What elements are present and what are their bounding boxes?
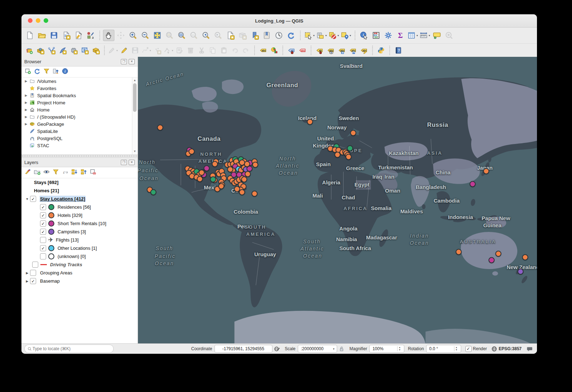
label-abc-button[interactable]: abc (258, 45, 268, 55)
layer-visibility-checkbox[interactable]: ✓ (30, 278, 36, 284)
label-eye-button[interactable]: abc (325, 45, 336, 55)
save-button[interactable] (48, 30, 60, 41)
layer-item-grouping-areas[interactable]: ▶Grouping Areas (21, 269, 138, 277)
layers-eye-button[interactable] (43, 168, 50, 177)
layer-visibility-checkbox[interactable]: ✓ (30, 196, 36, 202)
new-file-button[interactable] (24, 30, 35, 41)
layer-item-campsites[interactable]: ✓Campsites [3] (21, 228, 138, 236)
layer-visibility-checkbox[interactable]: ✓ (40, 220, 46, 227)
expander-icon[interactable]: ▶ (24, 101, 29, 104)
diagram-button[interactable] (269, 45, 279, 55)
zoom-out-button[interactable] (139, 30, 151, 41)
scroll-thumb[interactable] (133, 83, 137, 112)
minimize-window-button[interactable] (36, 18, 40, 23)
close-window-button[interactable] (28, 18, 33, 23)
layer-visibility-checkbox[interactable]: ✓ (40, 245, 46, 251)
locator-search[interactable] (24, 344, 114, 353)
dropdown-arrow-icon[interactable]: ▾ (350, 34, 351, 37)
label-ab-pin-button[interactable]: ab (286, 45, 296, 55)
add-layers-button[interactable] (24, 45, 34, 55)
expander-icon[interactable]: ▶ (24, 271, 30, 275)
dock-splitter[interactable] (21, 154, 138, 158)
browser-item-postgresql[interactable]: PostgreSQL (21, 135, 138, 142)
layer-item-homes[interactable]: Homes [21] (21, 187, 138, 195)
layers-expression-filter-button[interactable]: ε (61, 168, 69, 177)
browser-scrollbar[interactable]: ▲ ▼ (132, 78, 138, 154)
layer-visibility-checkbox[interactable] (40, 237, 46, 243)
layer-visibility-checkbox[interactable]: ✓ (40, 229, 46, 235)
style-manager-button[interactable]: a (85, 30, 96, 41)
scale-dropdown-icon[interactable]: ▾ (333, 347, 335, 351)
expander-icon[interactable]: ▶ (24, 79, 29, 83)
measure-button[interactable]: ▾ (419, 30, 430, 41)
select-rect-button[interactable]: ▾ (304, 30, 315, 41)
expander-icon[interactable]: ▶ (24, 94, 29, 97)
layers-float-button[interactable]: ❐ (121, 160, 127, 165)
label-edit-button[interactable]: abc (359, 45, 369, 55)
layer-visibility-checkbox[interactable] (32, 262, 38, 268)
layer-visibility-checkbox[interactable] (30, 270, 36, 276)
layers-collapse-all-button[interactable] (80, 168, 87, 177)
attribute-table-button[interactable]: ▾ (407, 30, 418, 41)
scroll-up-icon[interactable]: ▲ (132, 78, 137, 83)
messages-icon[interactable] (527, 346, 533, 352)
browser-item-home[interactable]: ▶Home (21, 106, 138, 113)
layer-item-hotels[interactable]: ✓Hotels [329] (21, 211, 138, 219)
new-map-view-button[interactable] (225, 30, 236, 41)
title-bar[interactable]: Lodging_Log — QGIS (21, 14, 537, 28)
crs-globe-icon[interactable] (491, 346, 497, 352)
open-folder-button[interactable] (36, 30, 48, 41)
rotation-stepper[interactable]: ▲▼ (454, 346, 459, 351)
dropdown-arrow-icon[interactable]: ▾ (416, 34, 418, 37)
browser-collapse-tree-button[interactable] (52, 68, 59, 76)
render-checkbox[interactable]: ✓ (465, 346, 472, 352)
zoom-last-button[interactable] (200, 30, 212, 41)
pan-hand-button[interactable] (103, 30, 114, 41)
expander-icon[interactable]: ▶ (24, 108, 29, 111)
browser-add-square-button[interactable] (24, 68, 31, 76)
expander-icon[interactable]: ▼ (24, 197, 30, 201)
lock-icon[interactable] (339, 346, 345, 352)
deselect-button[interactable]: ▾ (328, 30, 339, 41)
identify-button[interactable]: i (358, 30, 370, 41)
new-spatialite-button[interactable] (57, 45, 68, 55)
layers-add-group-button[interactable] (34, 168, 41, 177)
browser-refresh-blue-button[interactable] (34, 68, 41, 76)
browser-close-button[interactable]: ✕ (129, 59, 135, 64)
new-virtual-chip-button[interactable] (68, 45, 79, 55)
dropdown-arrow-icon[interactable]: ▾ (429, 34, 430, 37)
browser-item-volumes[interactable]: ▶/Volumes (21, 78, 138, 85)
new-geopackage-button[interactable] (90, 45, 101, 55)
map-canvas[interactable]: Arctic OceanSvalbardGreenlandIcelandSwed… (138, 57, 537, 344)
magnifier-field[interactable]: ▲▼ (369, 345, 404, 353)
browser-item-stac[interactable]: STAC (21, 142, 138, 149)
edit-pencil-button[interactable] (119, 45, 129, 55)
dropdown-arrow-icon[interactable]: ▾ (172, 49, 173, 52)
expander-icon[interactable]: ▶ (24, 279, 30, 283)
browser-item-project-home[interactable]: ▶Project Home (21, 99, 138, 106)
scale-combo[interactable]: ▾ (298, 345, 337, 353)
temporal-clock-button[interactable] (273, 30, 285, 41)
browser-funnel-button[interactable] (43, 68, 50, 76)
rotation-field[interactable]: ▲▼ (426, 345, 461, 353)
layers-close-button[interactable]: ✕ (129, 160, 135, 165)
browser-item-stroopwafel-hd[interactable]: ▶/ (Stroopwafel HD) (21, 113, 138, 120)
layer-item-basemap[interactable]: ▶✓Basemap (21, 277, 138, 285)
label-pin-button[interactable]: ab (314, 45, 325, 55)
map-tips-button[interactable] (431, 30, 443, 41)
bookmark-add-button[interactable] (249, 30, 260, 41)
refresh-button[interactable] (285, 30, 297, 41)
layer-item-unknown[interactable]: (unknown) [0] (21, 252, 138, 260)
epsg-label[interactable]: EPSG:3857 (499, 346, 522, 351)
dropdown-arrow-icon[interactable]: ▾ (313, 34, 315, 37)
sigma-button[interactable]: Σ (395, 30, 406, 41)
label-move-button[interactable]: abc (336, 45, 347, 55)
layer-item-stay-locations[interactable]: ▼✓Stay Locations [412] (21, 195, 138, 203)
browser-item-geopackage[interactable]: ▶GeoPackage (21, 120, 138, 128)
expander-icon[interactable]: ▶ (24, 115, 29, 119)
select-form-button[interactable]: ▾ (316, 30, 327, 41)
layer-visibility-checkbox[interactable]: ✓ (40, 212, 46, 218)
extent-icon[interactable] (274, 346, 280, 352)
browser-item-spatial-bookmarks[interactable]: ▶Spatial Bookmarks (21, 92, 138, 99)
coordinate-field[interactable] (214, 345, 272, 353)
